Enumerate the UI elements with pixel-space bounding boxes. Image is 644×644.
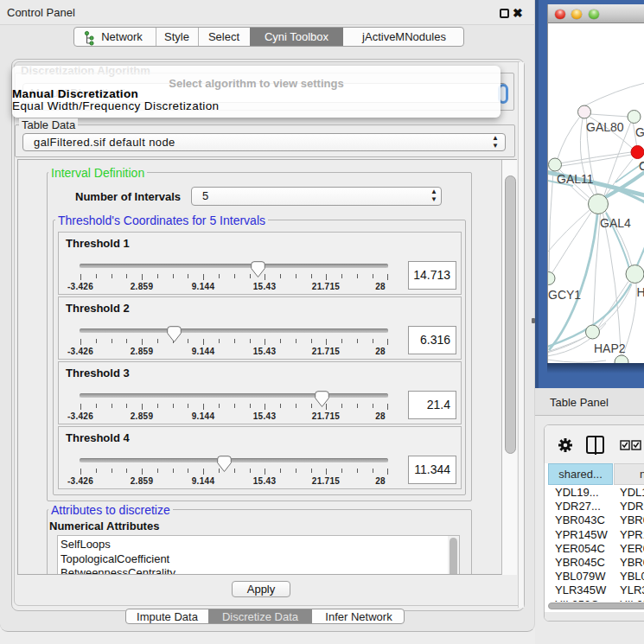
svg-text:HAP2: HAP2 — [594, 341, 626, 355]
svg-text:CY: CY — [639, 159, 644, 173]
svg-text:GAL80: GAL80 — [586, 120, 624, 134]
svg-text:HA: HA — [637, 285, 644, 299]
svg-text:GAL11: GAL11 — [557, 172, 594, 186]
svg-text:GAL1: GAL1 — [635, 125, 644, 139]
svg-text:GCY1: GCY1 — [548, 288, 581, 302]
svg-text:GAL4: GAL4 — [600, 216, 631, 230]
